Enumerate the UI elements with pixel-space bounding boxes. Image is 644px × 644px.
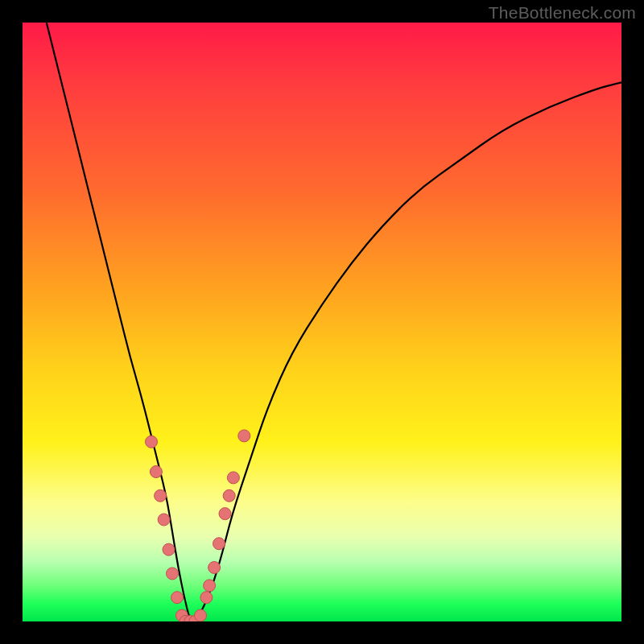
- plot-area: [23, 23, 621, 621]
- data-marker: [213, 538, 225, 550]
- data-marker: [171, 592, 184, 604]
- data-marker: [158, 514, 170, 526]
- data-marker: [195, 609, 207, 621]
- chart-frame: TheBottleneck.com: [0, 0, 644, 644]
- data-marker: [208, 562, 221, 574]
- data-marker: [204, 580, 216, 592]
- data-marker: [150, 466, 162, 478]
- bottleneck-curve-path: [47, 23, 621, 621]
- data-marker: [200, 592, 213, 604]
- data-marker: [146, 436, 158, 448]
- data-marker: [219, 508, 231, 520]
- data-marker: [163, 543, 175, 555]
- curve-group: [47, 23, 621, 621]
- data-markers-group: [146, 430, 250, 621]
- data-marker: [167, 568, 179, 580]
- data-marker: [238, 430, 250, 442]
- chart-svg: [23, 23, 621, 621]
- data-marker: [155, 489, 167, 502]
- data-marker: [223, 489, 235, 502]
- watermark-text: TheBottleneck.com: [489, 3, 636, 23]
- data-marker: [227, 472, 239, 484]
